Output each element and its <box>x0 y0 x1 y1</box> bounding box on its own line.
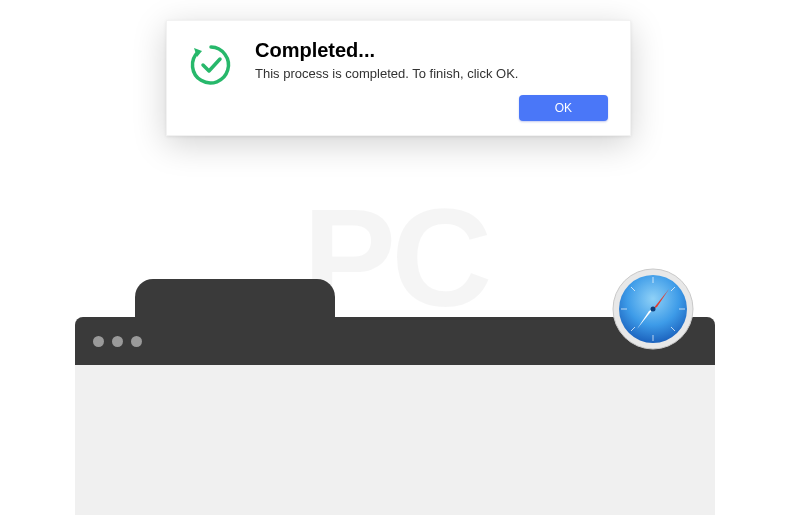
safari-compass-icon <box>611 267 695 351</box>
dialog-title: Completed... <box>255 39 608 62</box>
zoom-dot-icon[interactable] <box>131 336 142 347</box>
close-dot-icon[interactable] <box>93 336 104 347</box>
ok-button[interactable]: OK <box>519 95 608 121</box>
dialog-content: Completed... This process is completed. … <box>255 39 608 121</box>
completion-dialog: Completed... This process is completed. … <box>166 20 631 136</box>
window-controls[interactable] <box>93 336 142 347</box>
dialog-actions: OK <box>255 95 608 121</box>
browser-viewport <box>75 365 715 515</box>
minimize-dot-icon[interactable] <box>112 336 123 347</box>
dialog-message: This process is completed. To finish, cl… <box>255 66 608 81</box>
svg-point-12 <box>651 307 656 312</box>
checkmark-refresh-icon <box>189 43 233 91</box>
